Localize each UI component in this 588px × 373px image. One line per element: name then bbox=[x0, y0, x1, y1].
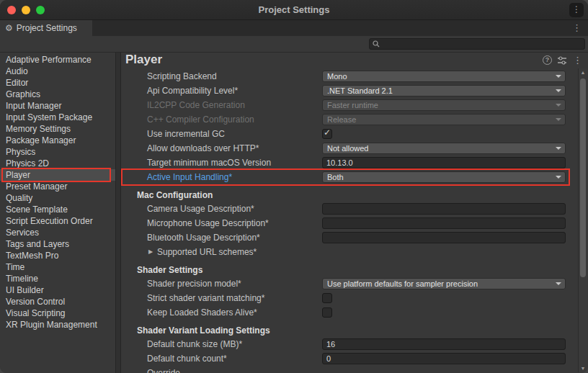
dropdown-scripting-backend[interactable]: Mono bbox=[322, 71, 566, 82]
context-menu-icon[interactable]: ⋮ bbox=[573, 55, 582, 66]
sidebar-item-services[interactable]: Services bbox=[0, 227, 115, 238]
setting-label: IL2CPP Code Generation bbox=[147, 98, 245, 112]
sidebar-item-memory-settings[interactable]: Memory Settings bbox=[0, 123, 115, 135]
window-menu-button[interactable]: ⋮ bbox=[569, 3, 584, 17]
dropdown-api-compatibility-level[interactable]: .NET Standard 2.1 bbox=[322, 85, 566, 96]
sidebar-item-physics-2d[interactable]: Physics 2D bbox=[0, 158, 115, 169]
setting-row-default-chunk-size-mb: Default chunk size (MB)* bbox=[121, 337, 568, 351]
sidebar-item-xr-plugin-management[interactable]: XR Plugin Management bbox=[0, 319, 115, 331]
dropdown-arrow-icon bbox=[556, 104, 561, 107]
setting-row-override: Override bbox=[121, 366, 568, 373]
gear-icon: ⚙ bbox=[5, 23, 13, 33]
checkbox-keep-loaded-shaders-alive[interactable] bbox=[322, 307, 332, 318]
tab-label: Project Settings bbox=[17, 23, 77, 33]
sidebar-item-input-system-package[interactable]: Input System Package bbox=[0, 112, 115, 123]
sidebar-item-player[interactable]: Player bbox=[0, 169, 115, 181]
tab-project-settings[interactable]: ⚙ Project Settings bbox=[0, 20, 92, 36]
sidebar-item-editor[interactable]: Editor bbox=[0, 77, 115, 89]
section-title: Mac Configuration bbox=[137, 190, 213, 200]
dropdown-active-input-handling[interactable]: Both bbox=[322, 171, 566, 183]
sidebar-item-audio[interactable]: Audio bbox=[0, 66, 115, 77]
preset-icon[interactable] bbox=[557, 56, 567, 65]
setting-row-il2cpp-code-generation: IL2CPP Code GenerationFaster runtime bbox=[121, 98, 568, 112]
sidebar-item-tags-and-layers[interactable]: Tags and Layers bbox=[0, 238, 115, 250]
setting-label: Active Input Handling* bbox=[147, 170, 232, 184]
setting-row-scripting-backend: Scripting BackendMono bbox=[121, 69, 568, 84]
scroll-up-icon[interactable]: ▲ bbox=[579, 70, 587, 75]
dropdown-value: Mono bbox=[327, 71, 347, 81]
field-microphone-usage-description[interactable] bbox=[322, 217, 566, 229]
sidebar-item-script-execution-order[interactable]: Script Execution Order bbox=[0, 215, 115, 227]
dropdown-c-compiler-configuration: Release bbox=[322, 114, 566, 125]
setting-row-supported-url-schemes: ▶Supported URL schemes* bbox=[121, 245, 568, 259]
sidebar-item-visual-scripting[interactable]: Visual Scripting bbox=[0, 307, 115, 319]
setting-label: Keep Loaded Shaders Alive* bbox=[147, 305, 257, 320]
sidebar-item-version-control[interactable]: Version Control bbox=[0, 296, 115, 307]
sidebar-item-package-manager[interactable]: Package Manager bbox=[0, 135, 115, 146]
scrollbar[interactable]: ▲ ▼ bbox=[578, 68, 587, 372]
setting-label: Use incremental GC bbox=[147, 127, 225, 141]
dropdown-arrow-icon bbox=[556, 89, 561, 92]
dropdown-arrow-icon bbox=[556, 147, 561, 150]
setting-label: Api Compatibility Level* bbox=[147, 84, 238, 98]
setting-label: Override bbox=[147, 366, 180, 373]
field-target-minimum-macos-version[interactable] bbox=[322, 157, 566, 168]
dropdown-value: .NET Standard 2.1 bbox=[327, 86, 393, 96]
sidebar-item-adaptive-performance[interactable]: Adaptive Performance bbox=[0, 54, 115, 66]
sidebar-item-quality[interactable]: Quality bbox=[0, 192, 115, 204]
sidebar-item-ui-builder[interactable]: UI Builder bbox=[0, 284, 115, 296]
setting-label: Strict shader variant matching* bbox=[147, 291, 264, 305]
setting-row-c-compiler-configuration: C++ Compiler ConfigurationRelease bbox=[121, 112, 568, 127]
dropdown-shader-precision-model[interactable]: Use platform defaults for sampler precis… bbox=[322, 278, 566, 289]
section-title: Shader Variant Loading Settings bbox=[137, 325, 270, 336]
checkbox-strict-shader-variant-matching[interactable] bbox=[322, 293, 332, 303]
setting-row-api-compatibility-level: Api Compatibility Level*.NET Standard 2.… bbox=[121, 84, 568, 98]
setting-label: Supported URL schemes* bbox=[157, 245, 257, 259]
panel-splitter[interactable] bbox=[115, 53, 121, 373]
field-default-chunk-count[interactable] bbox=[322, 353, 566, 364]
dropdown-value: Faster runtime bbox=[327, 100, 378, 110]
dropdown-value: Use platform defaults for sampler precis… bbox=[327, 279, 478, 289]
setting-row-bluetooth-usage-description: Bluetooth Usage Description* bbox=[121, 230, 568, 245]
titlebar[interactable]: Project Settings ⋮ bbox=[0, 0, 588, 20]
sidebar-item-textmesh-pro[interactable]: TextMesh Pro bbox=[0, 250, 115, 261]
checkmark-icon: ✓ bbox=[324, 127, 331, 138]
scroll-down-icon[interactable]: ▼ bbox=[579, 366, 587, 371]
setting-row-strict-shader-variant-matching: Strict shader variant matching* bbox=[121, 291, 568, 305]
sidebar-item-input-manager[interactable]: Input Manager bbox=[0, 100, 115, 112]
field-bluetooth-usage-description[interactable] bbox=[322, 232, 566, 243]
sidebar-item-graphics[interactable]: Graphics bbox=[0, 89, 115, 100]
search-row bbox=[0, 36, 588, 53]
section-header-mac-configuration: Mac Configuration bbox=[121, 184, 568, 202]
sidebar-item-scene-template[interactable]: Scene Template bbox=[0, 204, 115, 215]
dropdown-il2cpp-code-generation: Faster runtime bbox=[322, 99, 566, 111]
checkbox-use-incremental-gc[interactable]: ✓ bbox=[322, 129, 332, 139]
setting-label: Camera Usage Description* bbox=[147, 202, 254, 216]
kebab-icon: ⋮ bbox=[572, 22, 582, 33]
field-camera-usage-description[interactable] bbox=[322, 203, 566, 215]
dropdown-value: Release bbox=[327, 114, 356, 125]
sidebar-list: Adaptive PerformanceAudioEditorGraphicsI… bbox=[0, 54, 115, 331]
sidebar-item-timeline[interactable]: Timeline bbox=[0, 273, 115, 284]
search-input[interactable] bbox=[382, 39, 584, 49]
foldout-arrow-icon[interactable]: ▶ bbox=[148, 245, 153, 259]
project-settings-window: Project Settings ⋮ ⚙ Project Settings ⋮ … bbox=[0, 0, 588, 373]
tab-bar: ⚙ Project Settings ⋮ bbox=[0, 20, 588, 36]
sidebar-item-time[interactable]: Time bbox=[0, 261, 115, 273]
setting-label: Microphone Usage Description* bbox=[147, 216, 269, 230]
dropdown-allow-downloads-over-http[interactable]: Not allowed bbox=[322, 143, 566, 154]
dropdown-arrow-icon bbox=[556, 118, 561, 121]
help-icon[interactable]: ? bbox=[543, 55, 552, 65]
tabbar-menu-button[interactable]: ⋮ bbox=[572, 22, 582, 33]
setting-row-target-minimum-macos-version: Target minimum macOS Version bbox=[121, 156, 568, 170]
setting-row-allow-downloads-over-http: Allow downloads over HTTP*Not allowed bbox=[121, 141, 568, 156]
setting-label: C++ Compiler Configuration bbox=[147, 112, 254, 127]
main-panel: Player ? ⋮ Scripting BackendMonoApi Comp… bbox=[121, 52, 588, 373]
field-default-chunk-size-mb[interactable] bbox=[322, 338, 566, 350]
section-header-shader-variant-loading-settings: Shader Variant Loading Settings bbox=[121, 320, 568, 337]
search-field[interactable] bbox=[369, 38, 585, 50]
scrollbar-thumb[interactable] bbox=[580, 78, 586, 277]
sidebar-item-preset-manager[interactable]: Preset Manager bbox=[0, 181, 115, 192]
sidebar-item-physics[interactable]: Physics bbox=[0, 146, 115, 158]
search-icon bbox=[373, 40, 380, 48]
